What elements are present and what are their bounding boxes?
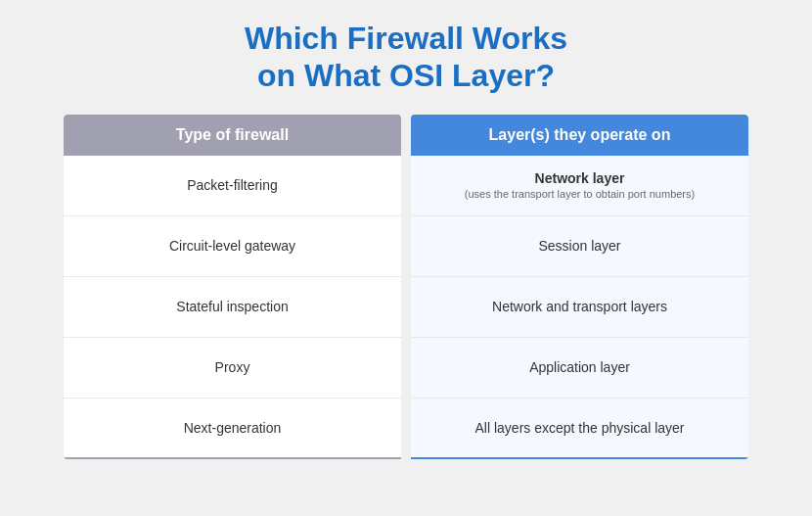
title-line1: Which Firewall Works bbox=[245, 21, 567, 56]
page-title: Which Firewall Works on What OSI Layer? bbox=[245, 20, 567, 95]
layer-column-header: Layer(s) they operate on bbox=[411, 115, 748, 156]
layer-label: Network and transport layers bbox=[492, 299, 667, 314]
firewall-table: Type of firewall Packet-filteringCircuit… bbox=[64, 115, 748, 459]
table-row: Network layer(uses the transport layer t… bbox=[411, 156, 748, 216]
table-row: Next-generation bbox=[64, 399, 401, 459]
layer-sublabel: (uses the transport layer to obtain port… bbox=[465, 188, 695, 200]
layer-column: Layer(s) they operate on Network layer(u… bbox=[411, 115, 748, 459]
layer-label: Session layer bbox=[538, 238, 620, 254]
table-row: Application layer bbox=[411, 338, 748, 399]
table-row: All layers except the physical layer bbox=[411, 399, 748, 459]
table-row: Packet-filtering bbox=[64, 156, 401, 216]
table-row: Session layer bbox=[411, 216, 748, 277]
title-line2: on What OSI Layer? bbox=[257, 58, 555, 93]
layer-label: Network layer bbox=[535, 170, 625, 186]
type-column: Type of firewall Packet-filteringCircuit… bbox=[64, 115, 401, 459]
table-row: Network and transport layers bbox=[411, 277, 748, 338]
table-row: Stateful inspection bbox=[64, 277, 401, 338]
table-row: Proxy bbox=[64, 338, 401, 399]
layer-label: Application layer bbox=[529, 359, 630, 375]
table-row: Circuit-level gateway bbox=[64, 216, 401, 277]
layer-label: All layers except the physical layer bbox=[475, 420, 685, 436]
type-column-header: Type of firewall bbox=[64, 115, 401, 156]
